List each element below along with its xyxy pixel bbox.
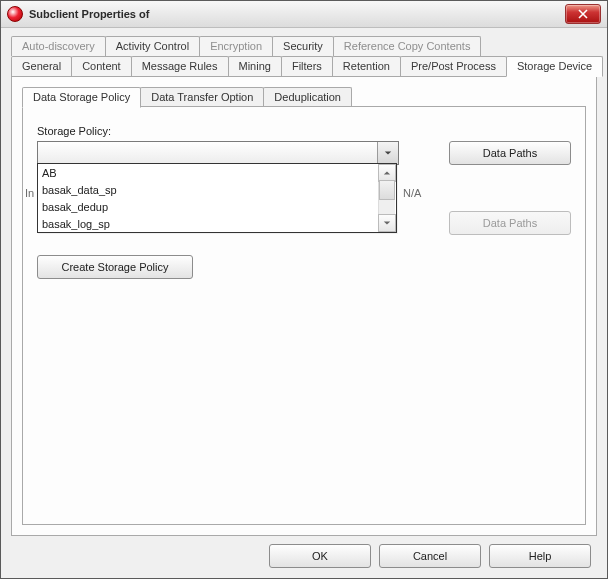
data-paths-button-disabled: Data Paths xyxy=(449,211,571,235)
tab-retention[interactable]: Retention xyxy=(332,56,401,77)
scroll-down-button[interactable] xyxy=(378,214,396,232)
titlebar: Subclient Properties of xyxy=(1,1,607,28)
tab-row-1: Auto-discovery Activity Control Encrypti… xyxy=(11,36,597,56)
tab-reference-copy[interactable]: Reference Copy Contents xyxy=(333,36,482,56)
storage-policy-dropdown[interactable]: AB basak_data_sp basak_dedup basak_log_s… xyxy=(37,163,397,233)
client-area: Auto-discovery Activity Control Encrypti… xyxy=(1,28,607,578)
storage-policy-combobox[interactable] xyxy=(37,141,399,165)
outer-tabs: Auto-discovery Activity Control Encrypti… xyxy=(11,36,597,77)
data-paths-button[interactable]: Data Paths xyxy=(449,141,571,165)
close-icon xyxy=(578,9,588,19)
tab-encryption[interactable]: Encryption xyxy=(199,36,273,56)
storage-policy-label: Storage Policy: xyxy=(37,125,111,137)
window-title: Subclient Properties of xyxy=(29,8,565,20)
dropdown-scrollbar[interactable] xyxy=(378,165,395,231)
tab-auto-discovery[interactable]: Auto-discovery xyxy=(11,36,106,56)
tab-filters[interactable]: Filters xyxy=(281,56,333,77)
subclient-properties-window: Subclient Properties of Auto-discovery A… xyxy=(0,0,608,579)
subtab-data-transfer-option[interactable]: Data Transfer Option xyxy=(140,87,264,108)
dropdown-option[interactable]: basak_dedup xyxy=(38,199,396,216)
chevron-down-icon xyxy=(384,149,392,157)
dropdown-option[interactable]: basak_data_sp xyxy=(38,182,396,199)
dropdown-option[interactable]: basak_log_sp xyxy=(38,216,396,233)
obscured-label-fragment: In xyxy=(25,187,34,199)
tab-security[interactable]: Security xyxy=(272,36,334,56)
subtab-deduplication[interactable]: Deduplication xyxy=(263,87,352,108)
ok-button[interactable]: OK xyxy=(269,544,371,568)
storage-device-panel: Data Storage Policy Data Transfer Option… xyxy=(11,76,597,536)
tab-activity-control[interactable]: Activity Control xyxy=(105,36,200,56)
app-icon xyxy=(7,6,23,22)
tab-mining[interactable]: Mining xyxy=(228,56,282,77)
tab-prepost[interactable]: Pre/Post Process xyxy=(400,56,507,77)
scroll-thumb[interactable] xyxy=(379,180,395,200)
create-storage-policy-button[interactable]: Create Storage Policy xyxy=(37,255,193,279)
tab-storage-device[interactable]: Storage Device xyxy=(506,56,603,77)
dropdown-option[interactable]: AB xyxy=(38,165,396,182)
subtab-data-storage-policy[interactable]: Data Storage Policy xyxy=(22,87,141,108)
tab-row-2: General Content Message Rules Mining Fil… xyxy=(11,56,597,77)
na-value: N/A xyxy=(403,187,421,199)
close-button[interactable] xyxy=(565,4,601,24)
cancel-button[interactable]: Cancel xyxy=(379,544,481,568)
tab-general[interactable]: General xyxy=(11,56,72,77)
help-button[interactable]: Help xyxy=(489,544,591,568)
tab-message-rules[interactable]: Message Rules xyxy=(131,56,229,77)
combobox-arrow[interactable] xyxy=(377,142,398,164)
chevron-up-icon xyxy=(383,169,391,177)
dialog-footer: OK Cancel Help xyxy=(11,536,597,570)
data-storage-policy-panel: Storage Policy: AB basak_data_sp basak_d… xyxy=(22,106,586,525)
subtabs: Data Storage Policy Data Transfer Option… xyxy=(22,87,351,108)
chevron-down-icon xyxy=(383,219,391,227)
tab-content[interactable]: Content xyxy=(71,56,132,77)
